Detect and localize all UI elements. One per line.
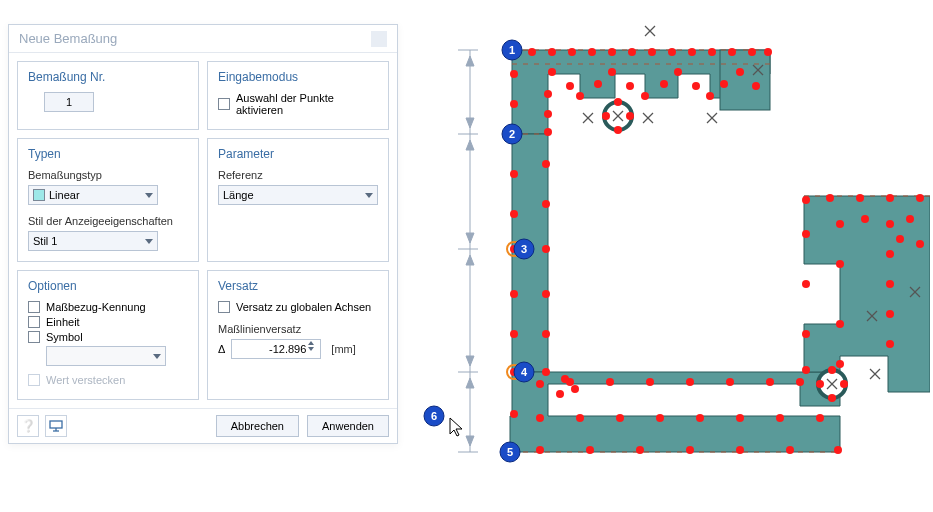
svg-point-31 — [608, 48, 616, 56]
line-offset-input[interactable]: -12.896 — [231, 339, 321, 359]
svg-point-117 — [886, 340, 894, 348]
svg-point-111 — [886, 194, 894, 202]
spinner-up-icon[interactable] — [308, 341, 314, 345]
apply-button[interactable]: Anwenden — [307, 415, 389, 437]
cancel-button[interactable]: Abbrechen — [216, 415, 299, 437]
dimension-type-select[interactable]: Linear — [28, 185, 158, 205]
svg-point-33 — [648, 48, 656, 56]
svg-point-57 — [614, 126, 622, 134]
svg-point-68 — [510, 330, 518, 338]
group-dimension-number: Bemaßung Nr. 1 — [17, 61, 199, 130]
group-title: Versatz — [218, 279, 378, 293]
svg-point-120 — [836, 320, 844, 328]
svg-point-93 — [816, 414, 824, 422]
dimension-number-input[interactable]: 1 — [44, 92, 94, 112]
svg-marker-11 — [466, 140, 474, 150]
svg-point-87 — [576, 414, 584, 422]
svg-point-124 — [802, 330, 810, 338]
screen-button[interactable] — [45, 415, 67, 437]
dimension-lines — [458, 50, 478, 452]
global-axes-checkbox[interactable] — [218, 301, 230, 313]
group-title: Typen — [28, 147, 188, 161]
svg-marker-10 — [466, 118, 474, 128]
svg-point-83 — [726, 378, 734, 386]
spinner-down-icon[interactable] — [308, 347, 314, 351]
svg-point-100 — [834, 446, 842, 454]
svg-marker-13 — [466, 255, 474, 265]
dimension-node-1[interactable]: 1 — [502, 40, 522, 60]
datum-id-checkbox[interactable] — [28, 301, 40, 313]
symbol-checkbox[interactable] — [28, 331, 40, 343]
svg-point-78 — [536, 380, 544, 388]
unit-checkbox[interactable] — [28, 316, 40, 328]
svg-point-121 — [836, 360, 844, 368]
activate-point-selection-checkbox[interactable] — [218, 98, 230, 110]
display-style-select[interactable]: Stil 1 — [28, 231, 158, 251]
svg-point-42 — [608, 68, 616, 76]
svg-point-65 — [510, 210, 518, 218]
svg-rect-18 — [720, 50, 770, 110]
offset-unit: [mm] — [331, 343, 355, 355]
dimension-node-3[interactable]: 3 — [514, 239, 534, 259]
svg-point-89 — [656, 414, 664, 422]
svg-point-46 — [736, 68, 744, 76]
chevron-down-icon — [153, 354, 161, 359]
svg-point-49 — [626, 82, 634, 90]
svg-point-67 — [510, 290, 518, 298]
dimension-node-6[interactable]: 6 — [424, 406, 444, 426]
svg-text:6: 6 — [431, 410, 437, 422]
svg-point-90 — [696, 414, 704, 422]
group-title: Eingabemodus — [218, 70, 378, 84]
svg-point-47 — [566, 82, 574, 90]
svg-point-51 — [692, 82, 700, 90]
svg-point-55 — [626, 112, 634, 120]
svg-text:3: 3 — [521, 243, 527, 255]
symbol-select — [46, 346, 166, 366]
svg-text:1: 1 — [509, 44, 515, 56]
cursor-icon — [450, 418, 462, 436]
cad-viewport[interactable]: 123456 — [420, 24, 930, 494]
svg-point-84 — [766, 378, 774, 386]
dimension-node-4[interactable]: 4 — [514, 362, 534, 382]
svg-point-127 — [906, 215, 914, 223]
svg-point-116 — [886, 310, 894, 318]
type-label: Bemaßungstyp — [28, 169, 188, 181]
svg-point-75 — [542, 290, 550, 298]
svg-marker-12 — [466, 233, 474, 243]
svg-text:2: 2 — [509, 128, 515, 140]
dimension-dialog: Neue Bemaßung Bemaßung Nr. 1 Eingabemodu… — [8, 24, 398, 444]
svg-point-72 — [542, 160, 550, 168]
svg-point-38 — [748, 48, 756, 56]
group-title: Bemaßung Nr. — [28, 70, 188, 84]
dialog-titlebar[interactable]: Neue Bemaßung — [9, 25, 397, 53]
help-button[interactable]: ❔ — [17, 415, 39, 437]
reference-select[interactable]: Länge — [218, 185, 378, 205]
group-title: Parameter — [218, 147, 378, 161]
svg-point-43 — [641, 92, 649, 100]
group-parameter: Parameter Referenz Länge — [207, 138, 389, 262]
svg-point-106 — [561, 375, 569, 383]
dimension-node-5[interactable]: 5 — [500, 442, 520, 462]
svg-point-27 — [528, 48, 536, 56]
svg-point-110 — [856, 194, 864, 202]
linear-icon — [33, 189, 45, 201]
svg-point-36 — [708, 48, 716, 56]
style-label: Stil der Anzeigeeigenschaften — [28, 215, 188, 227]
svg-point-29 — [568, 48, 576, 56]
close-icon[interactable] — [371, 31, 387, 47]
svg-point-94 — [536, 446, 544, 454]
svg-point-96 — [636, 446, 644, 454]
svg-point-104 — [828, 394, 836, 402]
svg-text:4: 4 — [521, 366, 528, 378]
svg-point-102 — [840, 380, 848, 388]
svg-point-86 — [536, 414, 544, 422]
svg-point-61 — [510, 70, 518, 78]
svg-point-128 — [896, 235, 904, 243]
svg-point-109 — [826, 194, 834, 202]
svg-point-91 — [736, 414, 744, 422]
svg-point-54 — [602, 112, 610, 120]
svg-point-108 — [802, 196, 810, 204]
svg-point-97 — [686, 446, 694, 454]
svg-point-48 — [594, 80, 602, 88]
dimension-node-2[interactable]: 2 — [502, 124, 522, 144]
